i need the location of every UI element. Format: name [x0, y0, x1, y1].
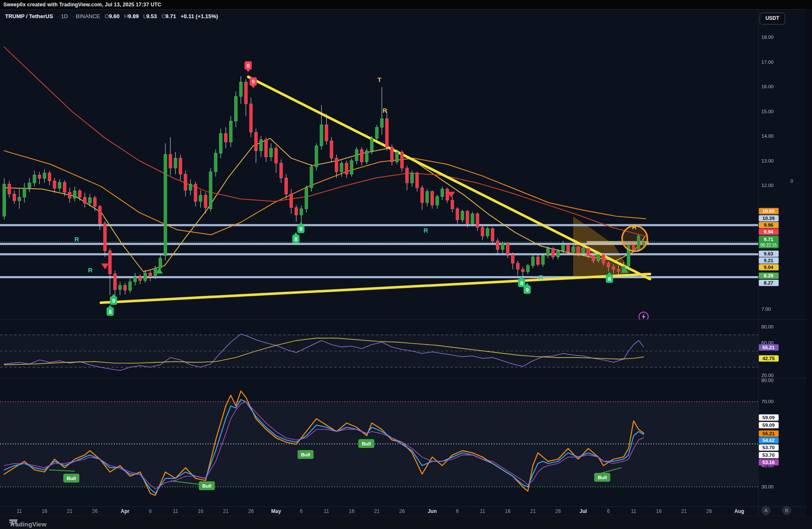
candle[interactable]: [461, 211, 464, 220]
candle[interactable]: [33, 175, 36, 183]
candle[interactable]: [224, 133, 227, 142]
candle[interactable]: [280, 163, 283, 178]
candle[interactable]: [436, 196, 438, 205]
candle[interactable]: [129, 282, 132, 290]
candle[interactable]: [229, 121, 232, 142]
candle[interactable]: [360, 149, 363, 162]
candle[interactable]: [189, 184, 192, 190]
candle[interactable]: [496, 241, 499, 250]
candle[interactable]: [416, 173, 419, 188]
candle[interactable]: [501, 243, 504, 250]
candle[interactable]: [612, 267, 615, 269]
candle[interactable]: [370, 138, 373, 151]
candle[interactable]: [18, 197, 21, 201]
candle[interactable]: [506, 243, 509, 254]
candle[interactable]: [531, 257, 534, 266]
candle[interactable]: [43, 173, 46, 179]
candle[interactable]: [209, 172, 212, 209]
symbol-legend[interactable]: TRUMP / TetherUS · 1D · BINANCE O9.60 H9…: [5, 13, 218, 19]
candle[interactable]: [587, 248, 590, 256]
candle[interactable]: [536, 257, 539, 265]
candle[interactable]: [199, 195, 202, 201]
candle[interactable]: [124, 285, 127, 290]
candle[interactable]: [582, 248, 585, 253]
candle[interactable]: [401, 152, 403, 168]
axis-corner-button[interactable]: B: [782, 506, 791, 515]
candle[interactable]: [214, 153, 217, 172]
candle[interactable]: [516, 263, 519, 269]
candle[interactable]: [305, 188, 308, 209]
candle[interactable]: [562, 244, 565, 251]
candle[interactable]: [350, 161, 353, 174]
candle[interactable]: [406, 168, 409, 183]
candle[interactable]: [204, 195, 207, 207]
candle[interactable]: [541, 256, 544, 264]
candle[interactable]: [119, 285, 122, 290]
candle[interactable]: [471, 214, 474, 223]
candle[interactable]: [239, 82, 242, 96]
candle[interactable]: [270, 148, 273, 157]
currency-toggle-button[interactable]: USDT: [760, 13, 785, 24]
tradingview-footer[interactable]: TradingView: [9, 518, 46, 529]
candle[interactable]: [365, 151, 368, 162]
candle[interactable]: [28, 183, 31, 188]
candle[interactable]: [577, 247, 580, 253]
candle[interactable]: [395, 152, 398, 162]
candle[interactable]: [78, 191, 81, 197]
candle[interactable]: [144, 273, 147, 281]
candle[interactable]: [108, 251, 111, 274]
candle[interactable]: [390, 147, 393, 162]
candle[interactable]: [53, 181, 56, 188]
price-pane[interactable]: 899898898RRRRTRR: [0, 47, 758, 321]
candle[interactable]: [552, 248, 555, 257]
candle[interactable]: [139, 277, 142, 280]
candle[interactable]: [355, 149, 358, 160]
candle[interactable]: [617, 269, 620, 271]
candle[interactable]: [48, 173, 51, 181]
candle[interactable]: [345, 163, 348, 174]
candle[interactable]: [476, 214, 479, 227]
candle[interactable]: [521, 269, 524, 272]
candle[interactable]: [315, 146, 318, 167]
candle[interactable]: [8, 184, 11, 194]
candle[interactable]: [164, 155, 167, 256]
candle[interactable]: [134, 277, 137, 282]
candle[interactable]: [73, 191, 76, 198]
candle[interactable]: [159, 258, 162, 268]
candle[interactable]: [249, 104, 252, 132]
candle[interactable]: [466, 211, 469, 223]
candle[interactable]: [93, 198, 96, 206]
candle[interactable]: [572, 247, 575, 252]
candle[interactable]: [83, 197, 86, 203]
lightning-bubble-icon[interactable]: [639, 312, 648, 321]
candle[interactable]: [411, 173, 414, 183]
candle[interactable]: [254, 132, 257, 151]
candle[interactable]: [295, 208, 298, 215]
candle[interactable]: [607, 263, 610, 267]
candle[interactable]: [451, 200, 454, 209]
candle[interactable]: [592, 256, 595, 261]
candle[interactable]: [194, 184, 197, 201]
candle[interactable]: [340, 163, 343, 171]
candle[interactable]: [63, 182, 66, 192]
candle[interactable]: [149, 273, 152, 277]
candle[interactable]: [310, 167, 313, 188]
candle[interactable]: [547, 248, 549, 256]
candle[interactable]: [330, 141, 333, 158]
candle[interactable]: [285, 178, 288, 194]
candle[interactable]: [219, 133, 222, 153]
candle[interactable]: [431, 192, 434, 205]
candle[interactable]: [275, 148, 278, 163]
candle[interactable]: [557, 251, 560, 257]
candle[interactable]: [3, 184, 6, 216]
candle[interactable]: [38, 175, 41, 178]
candle[interactable]: [174, 158, 177, 168]
candle[interactable]: [234, 96, 237, 121]
candle[interactable]: [491, 228, 494, 241]
interval-label[interactable]: 1D: [61, 13, 68, 19]
candle[interactable]: [290, 194, 293, 207]
candle[interactable]: [567, 244, 570, 252]
candle[interactable]: [260, 140, 263, 151]
candle[interactable]: [426, 192, 429, 203]
candle[interactable]: [602, 255, 605, 263]
